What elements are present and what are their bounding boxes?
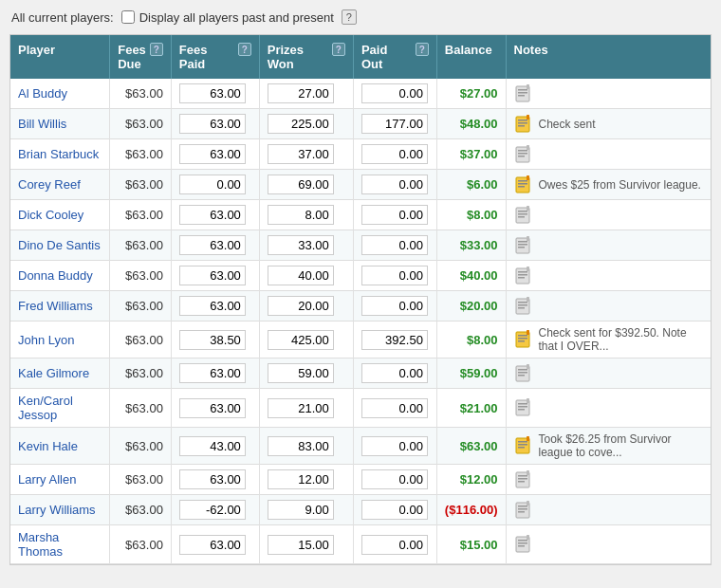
note-icon[interactable] — [514, 175, 533, 194]
paid-out-input[interactable] — [361, 266, 428, 285]
note-icon[interactable] — [514, 330, 533, 349]
note-icon[interactable] — [514, 145, 533, 164]
player-link[interactable]: John Lyon — [18, 333, 75, 347]
fees-paid-input[interactable] — [179, 398, 246, 418]
display-all-label[interactable]: Display all players past and present — [121, 10, 334, 25]
fees-paid-input[interactable] — [179, 296, 246, 316]
prizes-won-input[interactable] — [268, 114, 334, 134]
display-all-checkbox[interactable] — [121, 10, 135, 24]
fees-paid-input[interactable] — [179, 330, 246, 350]
player-link[interactable]: Kale Gilmore — [18, 366, 89, 380]
player-link[interactable]: Dick Cooley — [18, 208, 83, 222]
table-row: Larry Williams$63.00($116.00) — [10, 495, 711, 525]
prizes-won-input[interactable] — [268, 296, 334, 316]
player-link[interactable]: Kevin Hale — [18, 439, 78, 453]
svg-rect-71 — [518, 540, 527, 542]
paid-out-input[interactable] — [361, 436, 428, 456]
paid-out-input[interactable] — [361, 469, 428, 489]
fees-paid-input[interactable] — [179, 175, 246, 194]
player-link[interactable]: Corey Reef — [18, 177, 81, 192]
svg-rect-28 — [518, 247, 525, 248]
paid-out-input[interactable] — [361, 175, 428, 194]
player-link[interactable]: Dino De Santis — [18, 238, 101, 252]
svg-rect-21 — [518, 211, 527, 212]
note-icon[interactable] — [514, 436, 533, 455]
fees-paid-input[interactable] — [179, 266, 246, 285]
fees-paid-input[interactable] — [179, 83, 246, 103]
note-icon[interactable] — [514, 297, 533, 316]
prizes-won-input[interactable] — [268, 235, 334, 255]
paid-out-input[interactable] — [361, 330, 428, 350]
paid-out-input[interactable] — [361, 83, 428, 103]
player-cell: Marsha Thomas — [10, 525, 110, 564]
paid-out-input[interactable] — [361, 144, 428, 164]
prizes-won-input[interactable] — [268, 266, 334, 285]
note-icon[interactable] — [514, 266, 533, 285]
paid-out-cell — [353, 200, 436, 230]
fees-paid-input[interactable] — [179, 114, 246, 134]
note-icon[interactable] — [514, 364, 533, 383]
player-link[interactable]: Larry Allen — [18, 472, 76, 487]
player-cell: Corey Reef — [10, 170, 110, 200]
fees-due-cell: $63.00 — [110, 109, 172, 139]
paid-out-input[interactable] — [361, 296, 428, 316]
note-icon[interactable] — [514, 535, 533, 554]
prizes-won-input[interactable] — [268, 205, 334, 225]
paid-out-input[interactable] — [361, 114, 428, 134]
prizes-won-input[interactable] — [268, 83, 334, 103]
note-icon[interactable] — [514, 206, 533, 225]
player-link[interactable]: Donna Buddy — [18, 268, 93, 283]
prizes-won-input[interactable] — [268, 436, 334, 456]
player-cell: Kale Gilmore — [10, 358, 110, 389]
note-icon[interactable] — [514, 398, 533, 417]
prizes-won-input[interactable] — [268, 398, 334, 418]
paid-out-cell — [353, 495, 436, 525]
paid-out-input[interactable] — [361, 535, 428, 555]
fees-due-help-icon[interactable]: ? — [150, 43, 163, 56]
fees-due-cell: $63.00 — [110, 200, 172, 230]
fees-paid-input[interactable] — [179, 205, 246, 225]
fees-paid-help-icon[interactable]: ? — [238, 43, 251, 56]
player-link[interactable]: Ken/Carol Jessop — [18, 394, 73, 422]
svg-rect-43 — [518, 340, 525, 342]
paid-out-input[interactable] — [361, 235, 428, 255]
balance-cell: $20.00 — [436, 291, 506, 322]
svg-rect-23 — [518, 216, 525, 218]
paid-out-input[interactable] — [361, 398, 428, 418]
prizes-won-input[interactable] — [268, 144, 334, 164]
player-link[interactable]: Larry Williams — [18, 503, 96, 517]
player-link[interactable]: Al Buddy — [18, 86, 67, 101]
fees-paid-input[interactable] — [179, 363, 246, 383]
prizes-won-input[interactable] — [268, 500, 334, 520]
note-icon[interactable] — [514, 501, 533, 520]
paid-out-input[interactable] — [361, 363, 428, 383]
note-icon[interactable] — [514, 84, 533, 103]
player-link[interactable]: Marsha Thomas — [18, 530, 63, 559]
paid-out-input[interactable] — [361, 205, 428, 225]
col-fees-due: FeesDue ? — [110, 35, 172, 79]
svg-rect-18 — [518, 186, 525, 188]
paid-out-input[interactable] — [361, 500, 428, 520]
fees-paid-input[interactable] — [179, 500, 246, 520]
paid-out-help-icon[interactable]: ? — [416, 43, 429, 56]
display-all-help-icon[interactable]: ? — [342, 9, 357, 25]
note-icon[interactable] — [514, 236, 533, 255]
prizes-won-input[interactable] — [268, 535, 334, 555]
fees-paid-input[interactable] — [179, 469, 246, 489]
player-link[interactable]: Bill Willis — [18, 117, 66, 131]
prizes-won-help-icon[interactable]: ? — [332, 43, 345, 56]
player-link[interactable]: Fred Williams — [18, 299, 93, 313]
prizes-won-input[interactable] — [268, 175, 334, 194]
note-icon[interactable] — [514, 470, 533, 489]
note-icon[interactable] — [514, 115, 533, 134]
fees-paid-input[interactable] — [179, 235, 246, 255]
col-fees-due-label: FeesDue — [118, 43, 146, 71]
player-cell: Ken/Carol Jessop — [10, 389, 110, 428]
fees-paid-input[interactable] — [179, 436, 246, 456]
fees-paid-input[interactable] — [179, 144, 246, 164]
prizes-won-input[interactable] — [268, 330, 334, 350]
prizes-won-input[interactable] — [268, 363, 334, 383]
player-link[interactable]: Brian Starbuck — [18, 147, 99, 161]
prizes-won-input[interactable] — [268, 469, 334, 489]
fees-paid-input[interactable] — [179, 535, 246, 555]
